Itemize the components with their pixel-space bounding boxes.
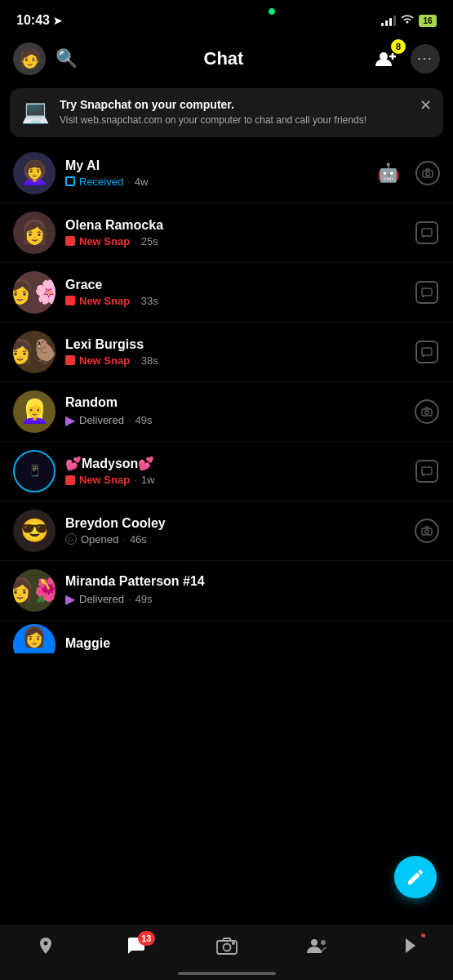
compose-fab-button[interactable] xyxy=(394,856,437,898)
avatar-lexi: 👩‍🦫 xyxy=(13,331,56,373)
chat-item-olena[interactable]: 👩 Olena Ramocka New Snap · 25s xyxy=(0,203,453,263)
camera-icon-my-ai[interactable] xyxy=(415,161,440,185)
opened-arrow-icon-breydon: ▷ xyxy=(65,533,77,545)
new-snap-indicator-madyson xyxy=(65,475,75,485)
chat-bubble-icon-lexi[interactable] xyxy=(415,341,438,363)
status-bar: 10:43 ➤ 16 xyxy=(0,0,453,36)
new-snap-indicator-lexi xyxy=(65,355,75,365)
more-options-button[interactable]: ··· xyxy=(411,44,440,74)
status-label-my-ai: Received xyxy=(79,176,123,188)
chat-item-random[interactable]: 👱‍♀️ Random ▶ Delivered · 49s xyxy=(0,382,453,442)
spotlight-nav-icon xyxy=(399,937,417,960)
chat-status-olena: New Snap · 25s xyxy=(65,235,404,247)
status-label-madyson: New Snap xyxy=(79,474,130,486)
chat-info-my-ai: My AI Received · 4w xyxy=(65,158,365,188)
chat-item-my-ai[interactable]: 👩‍🦱 My AI Received · 4w 🤖 xyxy=(0,144,453,203)
online-dot xyxy=(269,8,275,15)
avatar-miranda: 👩‍🌺 xyxy=(13,569,56,612)
chat-time-my-ai: 4w xyxy=(135,176,149,188)
chat-item-madyson[interactable]: 📱 💕Madyson💕 New Snap · 1w xyxy=(0,442,453,501)
search-icon[interactable]: 🔍 xyxy=(56,48,78,69)
nav-item-friends[interactable] xyxy=(297,937,338,960)
nav-item-camera[interactable] xyxy=(207,937,247,960)
chat-name-maggie: Maggie xyxy=(65,636,440,651)
map-pin-icon xyxy=(36,936,56,960)
battery-indicator: 16 xyxy=(419,15,437,27)
nav-item-map[interactable] xyxy=(25,936,66,960)
camera-icon-random[interactable] xyxy=(415,399,439,424)
friends-nav-icon xyxy=(307,937,328,960)
promo-title: Try Snapchat on your computer. xyxy=(60,98,410,111)
chat-item-grace[interactable]: 👩‍🌸 Grace New Snap · 33s xyxy=(0,263,453,323)
breydon-avatar-img: 😎 xyxy=(20,517,49,544)
madyson-avatar-img: 📱 xyxy=(24,461,45,481)
maggie-partial-info: Maggie xyxy=(65,636,440,653)
chat-item-maggie-partial[interactable]: 👩 Maggie xyxy=(0,621,453,653)
svg-rect-5 xyxy=(422,229,432,236)
chat-item-lexi[interactable]: 👩‍🦫 Lexi Burgiss New Snap · 38s xyxy=(0,323,453,382)
svg-marker-18 xyxy=(406,938,415,953)
avatar-random: 👱‍♀️ xyxy=(13,390,56,433)
chat-icon-madyson xyxy=(414,458,440,484)
home-indicator xyxy=(178,972,276,975)
chat-nav-badge: 13 xyxy=(138,931,154,946)
maggie-avatar-img: 👩 xyxy=(22,626,47,648)
svg-point-17 xyxy=(321,940,326,945)
svg-rect-7 xyxy=(422,348,432,355)
chat-time-lexi: 38s xyxy=(141,354,158,367)
chat-status-lexi: New Snap · 38s xyxy=(65,354,404,367)
svg-rect-6 xyxy=(422,288,432,296)
spotlight-notification-dot xyxy=(421,933,425,938)
add-friend-button[interactable]: 8 xyxy=(370,42,402,75)
chat-bubble-icon-grace[interactable] xyxy=(415,281,438,304)
svg-point-9 xyxy=(425,411,429,414)
svg-rect-10 xyxy=(422,467,432,474)
chat-status-breydon: ▷ Opened · 46s xyxy=(65,533,404,546)
miranda-avatar-img: 👩‍🌺 xyxy=(13,577,56,604)
chat-item-breydon[interactable]: 😎 Breydon Cooley ▷ Opened · 46s xyxy=(0,501,453,561)
chat-status-my-ai: Received · 4w xyxy=(65,176,365,188)
dot-separator: · xyxy=(127,176,131,188)
chat-icon-random xyxy=(414,399,440,425)
chat-info-madyson: 💕Madyson💕 New Snap · 1w xyxy=(65,456,404,486)
chat-name-my-ai: My AI xyxy=(65,158,365,173)
new-snap-indicator-olena xyxy=(65,236,75,246)
chat-status-madyson: New Snap · 1w xyxy=(65,474,404,486)
svg-point-12 xyxy=(425,530,429,533)
random-avatar-img: 👱‍♀️ xyxy=(20,398,49,425)
chat-item-miranda[interactable]: 👩‍🌺 Miranda Patterson #14 ▶ Delivered · … xyxy=(0,561,453,621)
nav-item-chat[interactable]: 13 xyxy=(116,936,157,960)
chat-info-miranda: Miranda Patterson #14 ▶ Delivered · 49s xyxy=(65,574,440,607)
robot-icon: 🤖 xyxy=(377,163,399,184)
chat-bubble-icon-olena[interactable] xyxy=(415,221,438,244)
status-label-random: Delivered xyxy=(79,414,124,426)
avatar-emoji: 🧑 xyxy=(13,42,46,75)
chat-time-madyson: 1w xyxy=(141,474,155,486)
chat-time-grace: 33s xyxy=(141,295,158,307)
user-avatar[interactable]: 🧑 xyxy=(13,42,46,75)
nav-item-spotlight[interactable] xyxy=(388,937,429,960)
page-title: Chat xyxy=(78,48,370,69)
signal-bars-icon xyxy=(381,15,396,26)
status-right: 16 xyxy=(381,14,437,27)
chat-info-lexi: Lexi Burgiss New Snap · 38s xyxy=(65,337,404,367)
chat-icon-lexi xyxy=(414,339,440,365)
chat-status-random: ▶ Delivered · 49s xyxy=(65,412,404,428)
ellipsis-icon: ··· xyxy=(417,51,433,66)
status-label-grace: New Snap xyxy=(79,295,130,307)
chat-bubble-icon-madyson[interactable] xyxy=(415,460,438,483)
status-label-olena: New Snap xyxy=(79,235,130,247)
add-friend-badge: 8 xyxy=(391,39,406,54)
chat-name-grace: Grace xyxy=(65,278,404,292)
chat-name-madyson: 💕Madyson💕 xyxy=(65,456,404,471)
chat-status-miranda: ▶ Delivered · 49s xyxy=(65,591,440,607)
chat-name-random: Random xyxy=(65,395,404,410)
chat-time-miranda: 49s xyxy=(135,593,153,605)
avatar-madyson: 📱 xyxy=(13,450,56,492)
chat-icon-breydon xyxy=(414,518,440,544)
promo-close-button[interactable]: ✕ xyxy=(420,96,432,114)
chat-icon-olena xyxy=(414,220,440,246)
status-label-breydon: Opened xyxy=(81,533,118,546)
grace-avatar-img: 👩‍🌸 xyxy=(13,278,56,305)
camera-icon-breydon[interactable] xyxy=(415,519,439,543)
